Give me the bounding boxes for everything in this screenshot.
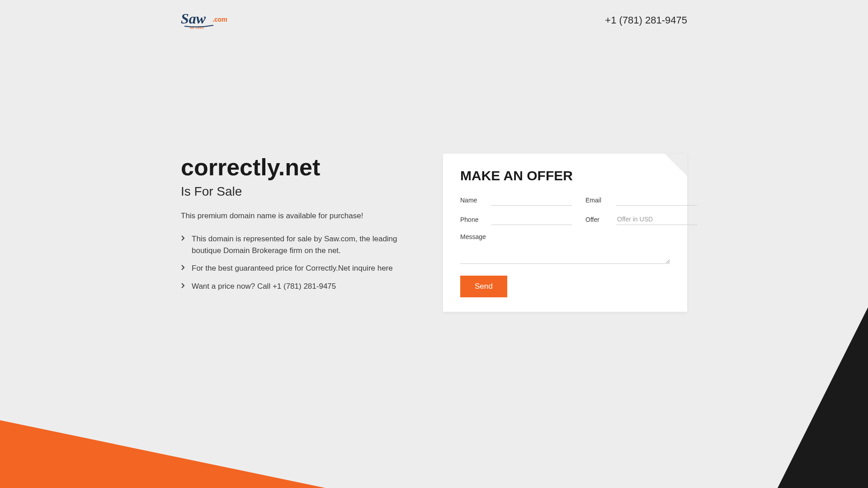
bullet-text: This domain is represented for sale by S… xyxy=(192,233,416,256)
name-label: Name xyxy=(460,197,485,204)
offer-input[interactable] xyxy=(616,214,697,225)
offer-field-wrapper: Offer xyxy=(585,214,697,225)
email-label: Email xyxy=(585,197,610,204)
phone-input[interactable] xyxy=(491,214,572,225)
name-field-wrapper: Name xyxy=(460,194,572,206)
list-item: Want a price now? Call +1 (781) 281-9475 xyxy=(181,281,416,292)
phone-field-wrapper: Phone xyxy=(460,214,572,225)
message-label: Message xyxy=(460,233,670,240)
form-row: Phone Offer xyxy=(460,214,670,225)
for-sale-subtitle: Is For Sale xyxy=(181,184,416,199)
phone-label: Phone xyxy=(460,216,485,223)
email-input[interactable] xyxy=(616,194,697,206)
header-phone[interactable]: +1 (781) 281-9475 xyxy=(605,14,687,26)
left-section: correctly.net Is For Sale This premium d… xyxy=(181,154,416,312)
bullet-text: Want a price now? Call +1 (781) 281-9475 xyxy=(192,281,336,292)
main-content: correctly.net Is For Sale This premium d… xyxy=(0,41,868,312)
header: Saw .com Be Seen +1 (781) 281-9475 xyxy=(0,0,868,41)
description-text: This premium domain name is available fo… xyxy=(181,211,416,221)
send-button[interactable]: Send xyxy=(460,276,507,297)
logo[interactable]: Saw .com Be Seen xyxy=(181,9,244,32)
chevron-right-icon xyxy=(181,264,185,271)
email-field-wrapper: Email xyxy=(585,194,697,206)
decorative-triangle-orange xyxy=(0,420,326,488)
saw-logo-icon: Saw .com Be Seen xyxy=(181,9,244,32)
form-row: Name Email xyxy=(460,194,670,206)
name-input[interactable] xyxy=(491,194,572,206)
list-item: This domain is represented for sale by S… xyxy=(181,233,416,256)
svg-text:Saw: Saw xyxy=(181,10,206,27)
bullet-text: For the best guaranteed price for Correc… xyxy=(192,263,393,274)
message-field-wrapper: Message xyxy=(460,233,670,266)
decorative-triangle-black xyxy=(778,307,868,488)
chevron-right-icon xyxy=(181,235,185,241)
offer-card: MAKE AN OFFER Name Email Phone Offer xyxy=(443,154,687,312)
bullet-list: This domain is represented for sale by S… xyxy=(181,233,416,292)
message-textarea[interactable] xyxy=(460,244,670,264)
svg-text:.com: .com xyxy=(212,16,227,23)
domain-title: correctly.net xyxy=(181,154,416,181)
offer-label: Offer xyxy=(585,216,610,223)
chevron-right-icon xyxy=(181,282,185,289)
list-item: For the best guaranteed price for Correc… xyxy=(181,263,416,274)
offer-title: MAKE AN OFFER xyxy=(460,168,670,183)
